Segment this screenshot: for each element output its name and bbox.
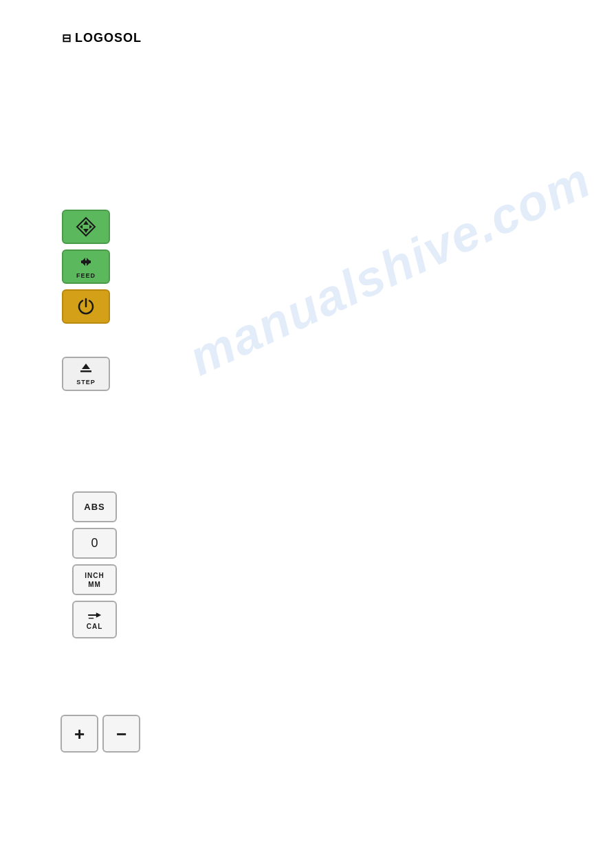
feed-button[interactable]: FEED: [62, 249, 110, 284]
svg-marker-2: [83, 229, 89, 233]
minus-button[interactable]: −: [102, 715, 140, 753]
abs-button[interactable]: ABS: [72, 491, 117, 522]
header: ⊟ LOGOSOL: [62, 31, 142, 45]
watermark: manualshive.com: [180, 151, 599, 386]
svg-marker-8: [82, 364, 90, 369]
step-button[interactable]: STEP: [62, 357, 110, 391]
plus-label: +: [74, 725, 85, 743]
abs-label: ABS: [84, 502, 105, 512]
plus-button[interactable]: +: [61, 715, 98, 753]
svg-marker-0: [77, 218, 95, 236]
cal-icon: [87, 609, 102, 621]
svg-marker-3: [80, 225, 83, 229]
spacer-1: [62, 329, 110, 357]
mm-label: MM: [88, 580, 101, 589]
power-button[interactable]: [62, 289, 110, 324]
page-container: ⊟ LOGOSOL manualshive.com: [0, 0, 614, 868]
feed-icon: [77, 255, 95, 271]
cal-button[interactable]: CAL: [72, 601, 117, 638]
step-icon: [78, 363, 94, 378]
svg-marker-6: [81, 258, 91, 266]
svg-marker-11: [96, 612, 100, 617]
step-label: STEP: [76, 379, 96, 386]
logosol-title: LOGOSOL: [75, 31, 142, 45]
zero-label: 0: [91, 536, 98, 550]
buttons-pm: + −: [61, 715, 140, 753]
buttons-section-1: FEED STEP: [62, 210, 110, 391]
logosol-icon: ⊟: [62, 32, 71, 45]
zero-button[interactable]: 0: [72, 528, 117, 559]
diamond-button[interactable]: [62, 210, 110, 244]
inch-mm-button[interactable]: INCH MM: [72, 564, 117, 595]
minus-label: −: [116, 725, 127, 743]
svg-marker-4: [89, 225, 92, 229]
feed-label: FEED: [76, 272, 96, 279]
inch-label: INCH: [85, 571, 104, 580]
buttons-section-2: ABS 0 INCH MM CAL: [72, 491, 117, 638]
cal-label: CAL: [87, 623, 103, 630]
svg-marker-1: [83, 221, 89, 225]
svg-rect-9: [80, 370, 91, 372]
